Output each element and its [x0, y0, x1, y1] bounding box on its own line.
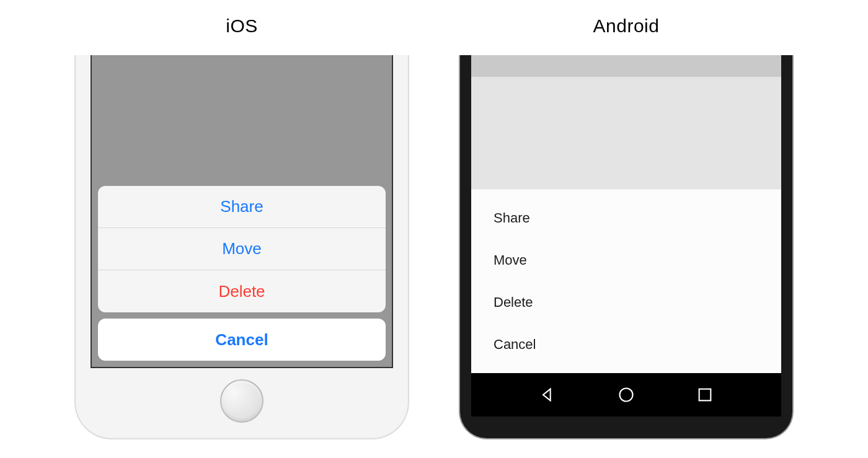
ios-screen: Share Move Delete Cancel [91, 55, 393, 368]
home-button[interactable] [220, 379, 264, 423]
android-background [471, 77, 781, 189]
android-action-sheet: Share Move Delete Cancel [471, 189, 781, 373]
back-icon[interactable] [539, 386, 556, 403]
svg-point-0 [619, 389, 632, 402]
ios-action-group: Share Move Delete [98, 186, 386, 312]
android-status-bar [471, 55, 781, 77]
ios-section: iOS Share Move Delete Cancel [74, 15, 409, 439]
move-button[interactable]: Move [471, 239, 781, 281]
ios-action-sheet: Share Move Delete Cancel [92, 180, 392, 367]
delete-button[interactable]: Delete [471, 281, 781, 324]
share-button[interactable]: Share [98, 186, 386, 228]
cancel-button[interactable]: Cancel [98, 319, 386, 361]
recent-apps-icon[interactable] [696, 386, 714, 403]
svg-rect-1 [699, 389, 711, 401]
cancel-button[interactable]: Cancel [471, 324, 781, 366]
move-button[interactable]: Move [98, 228, 386, 270]
android-title: Android [593, 15, 660, 37]
share-button[interactable]: Share [471, 197, 781, 239]
android-section: Android Share Move Delete Cancel [459, 15, 794, 439]
android-navbar [471, 373, 781, 416]
ios-title: iOS [226, 15, 258, 37]
android-device-frame: Share Move Delete Cancel [459, 55, 794, 439]
ios-device-frame: Share Move Delete Cancel [74, 55, 409, 439]
android-screen: Share Move Delete Cancel [471, 55, 781, 416]
delete-button[interactable]: Delete [98, 270, 386, 312]
home-icon[interactable] [618, 386, 635, 403]
